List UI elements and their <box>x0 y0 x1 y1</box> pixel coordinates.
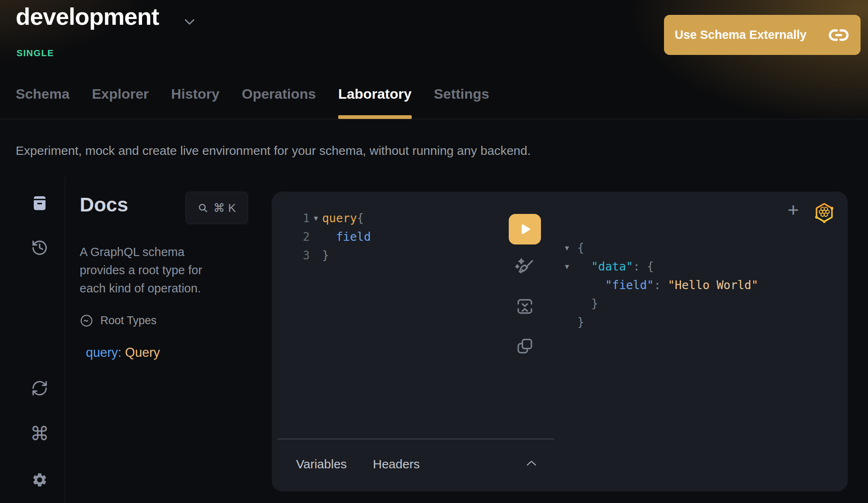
merge-icon <box>515 297 535 316</box>
refetch-schema-button[interactable] <box>31 380 48 396</box>
collapse-footer-button[interactable] <box>525 459 538 467</box>
fold-spacer <box>310 246 322 265</box>
main-nav-tabs: Schema Explorer History Operations Labor… <box>16 78 489 119</box>
response-text: } <box>577 313 584 332</box>
token-field-key: "field" <box>605 278 654 292</box>
query-editor[interactable]: 1 ▾ query{ 2 field 3 } <box>272 209 371 265</box>
token-string-value: "Hello World" <box>668 278 758 292</box>
chevron-down-icon[interactable] <box>184 18 195 26</box>
fold-spacer <box>565 294 577 313</box>
search-icon <box>198 203 209 214</box>
root-field-query-link[interactable]: query: Query <box>86 345 160 360</box>
editor-footer-divider <box>277 439 554 439</box>
code-text: field <box>322 228 371 246</box>
fold-triangle-icon[interactable]: ▾ <box>565 257 577 276</box>
graphiql-panel: 1 ▾ query{ 2 field 3 } <box>272 192 848 491</box>
token-open-brace: { <box>357 211 364 225</box>
token-indent <box>577 260 591 273</box>
target-title: development <box>16 2 159 30</box>
laboratory-page: development SINGLE Use Schema Externally… <box>0 0 868 503</box>
execute-query-button[interactable] <box>509 214 541 244</box>
response-line-2: ▾ "data": { <box>565 257 758 276</box>
token-colon: : <box>654 278 668 292</box>
add-tab-button[interactable]: + <box>785 200 802 220</box>
response-line-5: } <box>565 313 758 332</box>
response-text: "data": { <box>577 257 654 276</box>
settings-sidebar-button[interactable] <box>31 472 48 488</box>
response-viewer: ▾ { ▾ "data": { "field": "Hello World" }… <box>565 239 758 332</box>
response-line-1: ▾ { <box>565 239 758 257</box>
hive-logo-icon[interactable] <box>813 202 835 224</box>
token-indent <box>322 230 336 244</box>
tab-variables[interactable]: Variables <box>296 457 347 471</box>
refresh-icon <box>31 380 48 397</box>
merge-fragments-button[interactable] <box>515 297 535 316</box>
token-data-key: "data" <box>591 260 633 273</box>
book-icon <box>31 195 48 211</box>
play-icon <box>518 223 531 236</box>
status-badge: SINGLE <box>17 48 54 59</box>
copy-query-button[interactable] <box>515 336 535 356</box>
tab-schema[interactable]: Schema <box>16 78 69 119</box>
gear-icon <box>31 472 48 488</box>
plus-icon: + <box>787 199 799 221</box>
root-types-label: Root Types <box>100 314 157 327</box>
prettify-query-button[interactable] <box>513 256 536 279</box>
docs-description: A GraphQL schema provides a root type fo… <box>80 243 208 297</box>
tab-settings[interactable]: Settings <box>434 78 489 119</box>
response-text: "field": "Hello World" <box>577 276 758 294</box>
token-indent <box>577 278 605 292</box>
token-keyword: query <box>322 211 357 225</box>
token-close-brace: } <box>577 297 598 311</box>
token-open-brace: { <box>577 241 584 255</box>
root-field-separator: : <box>118 345 125 360</box>
tab-history[interactable]: History <box>171 78 219 119</box>
code-text: } <box>322 246 329 265</box>
root-types-icon <box>80 314 93 327</box>
response-text: } <box>577 294 598 313</box>
tab-explorer[interactable]: Explorer <box>92 78 149 119</box>
command-icon: ⌘ <box>30 422 49 445</box>
editor-line-3: 3 } <box>272 246 371 265</box>
sidebar-divider <box>65 177 65 503</box>
history-sidebar-button[interactable] <box>31 240 48 256</box>
tab-operations[interactable]: Operations <box>242 78 316 119</box>
response-text: { <box>577 239 584 257</box>
code-text: query{ <box>322 209 364 228</box>
docs-sidebar-button[interactable] <box>31 195 48 211</box>
docs-search-button[interactable]: ⌘ K <box>185 192 248 224</box>
fold-spacer <box>565 276 577 294</box>
response-line-3: "field": "Hello World" <box>565 276 758 294</box>
copy-icon <box>515 336 535 356</box>
token-punct: : { <box>633 260 654 273</box>
docs-panel-title: Docs <box>80 193 128 216</box>
page-header: development SINGLE Use Schema Externally… <box>0 0 868 119</box>
tab-headers[interactable]: Headers <box>373 457 420 471</box>
root-field-name: query <box>86 345 118 360</box>
chevron-up-icon <box>525 459 538 467</box>
fold-triangle-icon[interactable]: ▾ <box>310 209 322 228</box>
fold-triangle-icon[interactable]: ▾ <box>565 239 577 257</box>
root-types-section: Root Types <box>80 314 157 327</box>
editor-line-1: 1 ▾ query{ <box>272 209 371 228</box>
response-line-4: } <box>565 294 758 313</box>
editor-line-2: 2 field <box>272 228 371 246</box>
history-icon <box>31 239 48 256</box>
shortcuts-button[interactable]: ⌘ <box>31 424 48 444</box>
root-field-type: Query <box>125 345 160 360</box>
token-close-brace: } <box>577 316 584 329</box>
line-number: 1 <box>272 209 310 228</box>
fold-spacer <box>565 313 577 332</box>
token-close-brace: } <box>322 249 329 262</box>
line-number: 3 <box>272 246 310 265</box>
use-schema-externally-button[interactable]: Use Schema Externally <box>664 15 861 55</box>
use-schema-externally-label: Use Schema Externally <box>675 28 806 42</box>
fold-spacer <box>310 228 322 246</box>
line-number: 2 <box>272 228 310 246</box>
link-icon <box>828 28 849 42</box>
search-shortcut-label: ⌘ K <box>213 201 236 215</box>
page-subtitle: Experiment, mock and create live environ… <box>16 144 531 158</box>
prettify-icon <box>513 256 536 279</box>
token-field: field <box>336 230 371 244</box>
tab-laboratory[interactable]: Laboratory <box>338 78 412 119</box>
